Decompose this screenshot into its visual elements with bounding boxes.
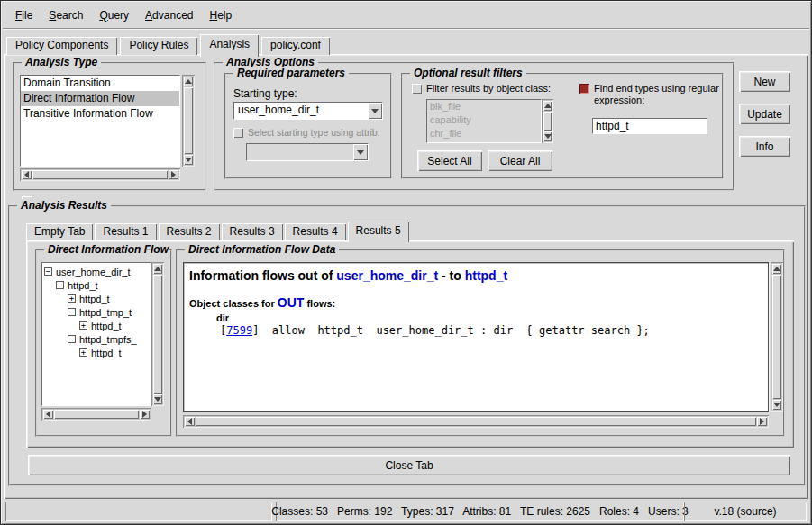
clear-all-button[interactable]: Clear All [488, 150, 552, 171]
menu-search[interactable]: Search [41, 6, 91, 24]
tab-policy-conf[interactable]: policy.conf [261, 37, 330, 55]
scroll-thumb[interactable] [196, 417, 756, 426]
analysis-type-vscroll[interactable] [182, 75, 195, 167]
tree-node-label[interactable]: httpd_t [90, 321, 123, 331]
expand-icon[interactable]: + [79, 321, 87, 330]
tree-node[interactable]: − httpd_tmpfs_ [42, 332, 151, 346]
scroll-down-icon[interactable] [153, 394, 162, 404]
status-cell-stats: Classes: 53 Perms: 192 Types: 317 Attrib… [276, 502, 684, 521]
results-tab-panel: Direct Information Flow T − user_home_di… [26, 240, 794, 448]
tree-node[interactable]: + httpd_t [42, 319, 151, 332]
tab-results-1[interactable]: Results 1 [95, 223, 156, 240]
scroll-right-icon[interactable] [757, 417, 767, 426]
tab-results-2[interactable]: Results 2 [159, 223, 220, 240]
tree-node-label[interactable]: httpd_t [90, 348, 123, 358]
expand-icon[interactable]: + [79, 348, 87, 357]
info-button[interactable]: Info [739, 136, 790, 157]
scroll-right-icon[interactable] [140, 410, 150, 419]
regex-checkbox[interactable]: Find end types using regular expression: [579, 83, 720, 106]
tree-node[interactable]: + httpd_t [42, 292, 151, 305]
menu-query[interactable]: Query [91, 6, 137, 24]
scroll-down-icon[interactable] [772, 400, 781, 410]
source-type: user_home_dir_t [336, 268, 438, 283]
tree-node[interactable]: − httpd_t [42, 278, 151, 292]
regex-input[interactable] [592, 118, 707, 134]
tree-node-label[interactable]: httpd_tmp_t [78, 307, 132, 318]
menu-file[interactable]: File [7, 6, 41, 24]
collapse-icon[interactable]: − [56, 281, 64, 289]
analysis-type-item-transitive-information-flow[interactable]: Transitive Information Flow [21, 106, 179, 122]
rule-number-link[interactable]: 7599 [226, 324, 252, 337]
scroll-thumb[interactable] [184, 87, 193, 154]
combo-arrow-icon[interactable] [368, 103, 382, 119]
tree-node-label[interactable]: httpd_t [78, 294, 111, 304]
new-button[interactable]: New [739, 71, 790, 92]
flow-tree-hscroll[interactable] [41, 408, 151, 421]
flow-data-text[interactable]: Information flows out of user_home_dir_t… [183, 262, 769, 412]
flow-tree[interactable]: − user_home_dir_t − httpd_t + httpd_t [41, 262, 151, 406]
analysis-type-title: Analysis Type [22, 56, 101, 68]
update-button[interactable]: Update [739, 104, 790, 124]
flow-data-hscroll[interactable] [183, 415, 769, 428]
tree-node-label[interactable]: httpd_t [67, 280, 99, 291]
scroll-left-icon[interactable] [43, 410, 53, 419]
analysis-options-group: Analysis Options Required parameters Sta… [214, 62, 734, 191]
scroll-up-icon[interactable] [184, 77, 193, 86]
object-class-name: dir [216, 312, 762, 323]
close-tab-button[interactable]: Close Tab [28, 455, 790, 475]
attrib-checkbox-label: Select starting type using attrib: [248, 127, 380, 139]
flow-tree-vscroll[interactable] [151, 262, 164, 406]
tree-node[interactable]: + httpd_t [42, 346, 151, 359]
tab-analysis[interactable]: Analysis [200, 34, 259, 57]
collapse-icon[interactable]: − [68, 335, 76, 343]
scroll-thumb[interactable] [153, 275, 162, 394]
analysis-type-item-domain-transition[interactable]: Domain Transition [21, 76, 179, 91]
starting-type-combo[interactable]: user_home_dir_t [233, 102, 383, 120]
menu-help[interactable]: Help [201, 6, 240, 24]
attrib-combo-value [247, 144, 353, 160]
scroll-thumb[interactable] [54, 410, 139, 419]
analysis-results-title: Analysis Results [17, 199, 111, 212]
tree-node[interactable]: − user_home_dir_t [42, 265, 151, 278]
tab-policy-rules[interactable]: Policy Rules [120, 37, 197, 55]
scroll-right-icon[interactable] [169, 170, 178, 179]
tab-results-4[interactable]: Results 4 [285, 223, 346, 240]
tree-node-label[interactable]: user_home_dir_t [55, 267, 132, 277]
required-parameters-title: Required parameters [233, 67, 349, 79]
tab-results-5[interactable]: Results 5 [348, 222, 409, 242]
starting-type-label: Starting type: [233, 87, 297, 100]
tree-node-label[interactable]: httpd_tmpfs_ [78, 334, 138, 345]
scroll-up-icon[interactable] [153, 264, 162, 274]
scroll-down-icon [543, 131, 552, 141]
flow-data-vscroll[interactable] [771, 262, 783, 412]
collapse-icon[interactable]: − [44, 267, 52, 276]
scroll-left-icon[interactable] [185, 417, 195, 426]
object-class-vscroll [542, 99, 553, 143]
flow-data-title: Direct Information Flow Data [185, 243, 339, 256]
main-tab-bar: Policy Components Policy Rules Analysis … [6, 33, 333, 55]
scroll-down-icon[interactable] [184, 155, 193, 165]
filter-by-object-class-checkbox[interactable]: Filter results by object class: [412, 83, 551, 95]
scroll-thumb[interactable] [32, 170, 168, 179]
collapse-icon[interactable]: − [68, 308, 76, 316]
menu-advanced[interactable]: Advanced [137, 6, 201, 24]
results-tab-bar: Empty Tab Results 1 Results 2 Results 3 … [26, 220, 411, 240]
expand-icon[interactable]: + [68, 294, 76, 303]
analysis-type-hscroll[interactable] [20, 168, 180, 181]
tab-policy-components[interactable]: Policy Components [6, 37, 117, 55]
analysis-type-group: Analysis Type Domain Transition Direct I… [13, 62, 206, 191]
tab-results-3[interactable]: Results 3 [222, 223, 283, 240]
scroll-thumb[interactable] [772, 275, 781, 399]
tree-node[interactable]: − httpd_tmp_t [42, 305, 151, 319]
policy-version: v.18 (source) [714, 505, 776, 518]
scroll-up-icon[interactable] [772, 264, 781, 274]
optional-filters-title: Optional result filters [410, 67, 526, 79]
object-class-listbox: blk_file capability chr_file [426, 99, 542, 143]
select-all-button[interactable]: Select All [417, 150, 482, 171]
scroll-left-icon[interactable] [22, 170, 32, 179]
analysis-type-listbox[interactable]: Domain Transition Direct Information Flo… [20, 75, 180, 167]
tab-empty-tab[interactable]: Empty Tab [26, 223, 93, 240]
required-parameters-group: Required parameters Starting type: user_… [224, 73, 392, 179]
object-class-item: chr_file [427, 127, 541, 140]
analysis-type-item-direct-information-flow[interactable]: Direct Information Flow [21, 91, 179, 106]
